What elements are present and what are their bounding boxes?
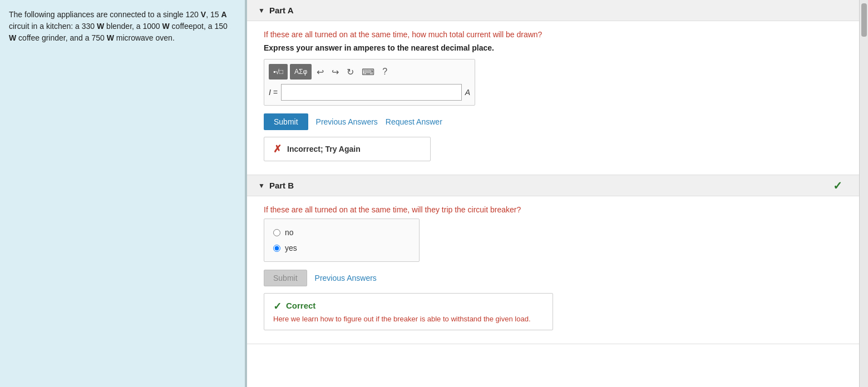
radio-no[interactable] xyxy=(273,229,280,236)
refresh-button[interactable]: ↻ xyxy=(344,64,357,80)
part-a-question: If these are all turned on at the same t… xyxy=(264,30,842,39)
part-b-section: ▼ Part B ✓ If these are all turned on at… xyxy=(247,175,859,344)
part-b-header: ▼ Part B ✓ xyxy=(247,175,859,196)
part-a-instruction: Express your answer in amperes to the ne… xyxy=(264,43,842,52)
feedback-text: Incorrect; Try Again xyxy=(287,145,361,153)
formula-icon: ▪√□ xyxy=(273,68,283,76)
correct-title: Correct xyxy=(286,301,315,310)
part-a-submit-row: Submit Previous Answers Request Answer xyxy=(264,113,842,130)
part-a-title: Part A xyxy=(269,6,294,15)
incorrect-icon: ✗ xyxy=(273,143,282,155)
refresh-icon: ↻ xyxy=(347,67,354,77)
part-a-chevron[interactable]: ▼ xyxy=(258,7,265,14)
unit-label: A xyxy=(465,88,470,97)
part-b-question: If these are all turned on at the same t… xyxy=(264,205,842,214)
scrollbar[interactable] xyxy=(859,0,868,387)
symbols-button[interactable]: AΣφ xyxy=(290,64,312,80)
part-b-correct-checkmark: ✓ xyxy=(833,179,842,192)
formula-button[interactable]: ▪√□ xyxy=(269,64,288,80)
right-panel: ▼ Part A If these are all turned on at t… xyxy=(247,0,859,387)
math-toolbar: ▪√□ AΣφ ↩ ↪ ↻ ⌨ xyxy=(269,64,470,80)
radio-option-yes: yes xyxy=(273,240,410,256)
problem-text: The following appliances are connected t… xyxy=(9,9,236,44)
keyboard-icon: ⌨ xyxy=(362,67,374,77)
help-button[interactable]: ? xyxy=(379,64,390,80)
radio-no-label: no xyxy=(285,228,294,237)
previous-answers-link[interactable]: Previous Answers xyxy=(316,117,378,126)
part-a-feedback: ✗ Incorrect; Try Again xyxy=(264,137,431,161)
math-input-container: ▪√□ AΣφ ↩ ↪ ↻ ⌨ xyxy=(264,59,475,106)
part-b-title: Part B xyxy=(269,181,294,190)
undo-icon: ↩ xyxy=(317,67,324,77)
radio-yes[interactable] xyxy=(273,245,280,252)
part-b-submit-row: Submit Previous Answers xyxy=(264,270,842,286)
correct-icon: ✓ xyxy=(273,300,282,312)
math-input-row: I = A xyxy=(269,84,470,101)
help-icon: ? xyxy=(382,67,387,77)
radio-options-container: no yes xyxy=(264,219,420,262)
part-b-chevron[interactable]: ▼ xyxy=(258,182,265,190)
part-b-submit-button: Submit xyxy=(264,270,307,286)
part-a-section: ▼ Part A If these are all turned on at t… xyxy=(247,0,859,175)
scroll-thumb[interactable] xyxy=(861,3,867,37)
symbols-icon: AΣφ xyxy=(294,68,307,76)
redo-icon: ↪ xyxy=(332,67,339,77)
undo-button[interactable]: ↩ xyxy=(314,64,327,80)
input-label: I = xyxy=(269,88,278,97)
answer-input[interactable] xyxy=(281,84,462,101)
part-b-feedback: ✓ Correct Here we learn how to figure ou… xyxy=(264,293,553,330)
part-a-header: ▼ Part A xyxy=(247,0,859,21)
part-b-content: If these are all turned on at the same t… xyxy=(247,196,859,344)
part-a-content: If these are all turned on at the same t… xyxy=(247,21,859,175)
radio-option-no: no xyxy=(273,225,410,240)
request-answer-link[interactable]: Request Answer xyxy=(386,117,442,126)
problem-statement: The following appliances are connected t… xyxy=(0,0,245,387)
correct-body: Here we learn how to figure out if the b… xyxy=(273,315,544,323)
radio-yes-label: yes xyxy=(285,244,297,252)
part-b-previous-answers-link[interactable]: Previous Answers xyxy=(315,274,377,282)
submit-button[interactable]: Submit xyxy=(264,113,308,130)
keyboard-button[interactable]: ⌨ xyxy=(359,64,377,80)
redo-button[interactable]: ↪ xyxy=(329,64,342,80)
